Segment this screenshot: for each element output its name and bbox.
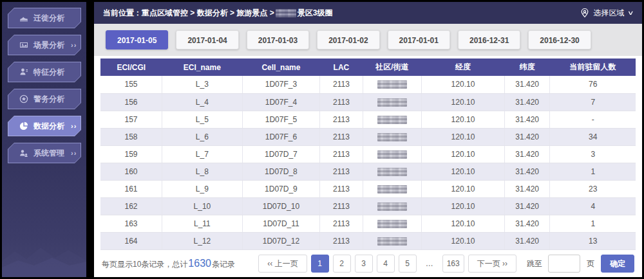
cell-eci: 162	[100, 197, 162, 215]
summary-suffix: 条记录	[212, 259, 235, 270]
cell-count: 23	[550, 180, 636, 197]
migration-icon	[19, 14, 28, 22]
pagination-footer: 每页显示10条记录，总计 1630 条记录 ‹‹ 上一页 1 2 3 4 5 ……	[94, 250, 642, 277]
cell-latitude: 31.420	[504, 93, 550, 111]
page-button-163[interactable]: 163	[442, 255, 464, 273]
cell-longitude: 120.10	[422, 145, 505, 163]
cell-latitude: 31.420	[504, 180, 550, 197]
jump-page-input[interactable]	[548, 255, 580, 273]
column-header-lac: LAC	[320, 59, 363, 76]
expand-arrow: ››	[71, 41, 77, 49]
breadcrumb-suffix: 景区3级圈	[298, 8, 333, 19]
cell-eci: 160	[100, 163, 162, 180]
region-selector[interactable]: 选择区域 ∨	[580, 8, 633, 19]
table-row: 156L_41D07F_42113120.1031.4207	[100, 93, 636, 111]
tab-date-6[interactable]: 2016-12-30	[528, 30, 591, 50]
cell-lac: 2113	[320, 93, 363, 111]
sidebar-item-migration-analysis[interactable]: 迁徙分析	[8, 8, 81, 28]
sidebar-item-label: 系统管理	[33, 148, 64, 159]
table-row: 164L_121D07D_122113120.1031.42013	[100, 232, 636, 249]
page-button-4[interactable]: 4	[377, 255, 395, 273]
cell-community-redacted	[363, 215, 421, 232]
tab-date-3[interactable]: 2017-01-02	[317, 30, 379, 50]
breadcrumb-prefix: 当前位置：重点区域管控 > 数据分析 > 旅游景点 >	[103, 8, 274, 19]
table-row: 158L_61D07F_62113120.1031.42034	[100, 128, 636, 145]
cell-community-redacted	[363, 180, 421, 197]
breadcrumb-redacted-segment	[276, 9, 296, 17]
column-header-latitude: 纬度	[504, 59, 550, 76]
table-row: 157L_51D07F_52113120.1031.420-	[100, 111, 636, 128]
sidebar-item-scene-analysis[interactable]: 场景分析 ››	[8, 35, 81, 55]
cell-eci: 155	[100, 76, 162, 93]
cell-eci-name: L_4	[162, 93, 243, 111]
breadcrumb: 当前位置：重点区域管控 > 数据分析 > 旅游景点 > 景区3级圈	[103, 8, 332, 19]
cell-count: 3	[550, 145, 636, 163]
cell-longitude: 120.10	[422, 76, 505, 93]
cell-cell-name: 1D07F_3	[242, 76, 319, 93]
cell-data-table: ECI/CGI ECI_name Cell_name LAC 社区/街道 经度 …	[100, 59, 636, 250]
cell-longitude: 120.10	[422, 215, 505, 232]
expand-arrow: ››	[71, 149, 77, 157]
cell-cell-name: 1D07D_8	[242, 163, 319, 180]
cell-cell-name: 1D07F_4	[242, 93, 319, 111]
cell-longitude: 120.10	[422, 163, 505, 180]
cell-count: -	[550, 111, 636, 128]
column-header-cell-name: Cell_name	[242, 59, 319, 76]
tab-date-1[interactable]: 2017-01-04	[176, 30, 238, 50]
prev-page-button[interactable]: ‹‹ 上一页	[258, 255, 307, 273]
sidebar-item-label: 特征分析	[33, 67, 64, 78]
cell-eci-name: L_10	[162, 197, 243, 215]
column-header-community: 社区/街道	[363, 59, 421, 76]
jump-unit-label: 页	[587, 258, 594, 269]
cell-lac: 2113	[320, 215, 363, 232]
cell-eci-name: L_5	[162, 111, 243, 128]
cell-cell-name: 1D07F_6	[242, 128, 319, 145]
sidebar-item-police-analysis[interactable]: 警务分析	[8, 89, 81, 109]
cell-count: 13	[550, 232, 636, 249]
data-table-container: ECI/CGI ECI_name Cell_name LAC 社区/街道 经度 …	[94, 56, 642, 250]
sidebar-item-data-analysis[interactable]: 数据分析 ››	[8, 116, 81, 136]
sidebar-mountains-decoration	[2, 232, 86, 277]
confirm-button[interactable]: 确定	[601, 255, 634, 273]
cell-eci: 158	[100, 128, 162, 145]
table-row: 159L_71D07D_72113120.1031.4203	[100, 145, 636, 163]
cell-lac: 2113	[320, 197, 363, 215]
main-content: 当前位置：重点区域管控 > 数据分析 > 旅游景点 > 景区3级圈 选择区域 ∨…	[94, 2, 642, 277]
cell-latitude: 31.420	[504, 163, 550, 180]
table-row: 161L_91D07D_92113120.1031.42023	[100, 180, 636, 197]
page-button-3[interactable]: 3	[355, 255, 373, 273]
page-button-1[interactable]: 1	[311, 255, 329, 273]
cell-count: 1	[550, 215, 636, 232]
cell-longitude: 120.10	[422, 128, 505, 145]
cell-cell-name: 1D07D_10	[242, 197, 319, 215]
page-button-5[interactable]: 5	[399, 255, 417, 273]
tab-date-2[interactable]: 2017-01-03	[247, 30, 309, 50]
cell-longitude: 120.10	[422, 232, 505, 249]
cell-lac: 2113	[320, 180, 363, 197]
page-button-2[interactable]: 2	[333, 255, 351, 273]
tab-date-5[interactable]: 2016-12-31	[458, 30, 520, 50]
tab-date-0[interactable]: 2017-01-05	[106, 30, 168, 50]
cell-lac: 2113	[320, 145, 363, 163]
cell-eci-name: L_12	[162, 232, 243, 249]
cell-lac: 2113	[320, 232, 363, 249]
location-pin-icon	[580, 8, 590, 18]
column-header-current-count: 当前驻留人数	[550, 59, 636, 76]
sidebar-item-feature-analysis[interactable]: 特征分析	[8, 62, 81, 82]
cell-cell-name: 1D07D_12	[242, 232, 319, 249]
page-ellipsis: …	[421, 255, 439, 273]
cell-count: 4	[550, 197, 636, 215]
data-icon	[19, 122, 28, 130]
cell-cell-name: 1D07D_11	[242, 215, 319, 232]
table-row: 163L_111D07D_112113120.1031.4201	[100, 215, 636, 232]
table-header-row: ECI/CGI ECI_name Cell_name LAC 社区/街道 经度 …	[100, 59, 636, 76]
next-page-button[interactable]: 下一页 ››	[468, 255, 516, 273]
cell-longitude: 120.10	[422, 111, 505, 128]
cell-eci-name: L_8	[162, 163, 243, 180]
cell-count: 1	[550, 163, 636, 180]
sidebar-item-system-management[interactable]: 系统管理 ››	[8, 143, 81, 163]
tab-date-4[interactable]: 2017-01-01	[388, 30, 450, 50]
cell-longitude: 120.10	[422, 197, 505, 215]
cell-eci-name: L_9	[162, 180, 243, 197]
cell-eci-name: L_3	[162, 76, 243, 93]
